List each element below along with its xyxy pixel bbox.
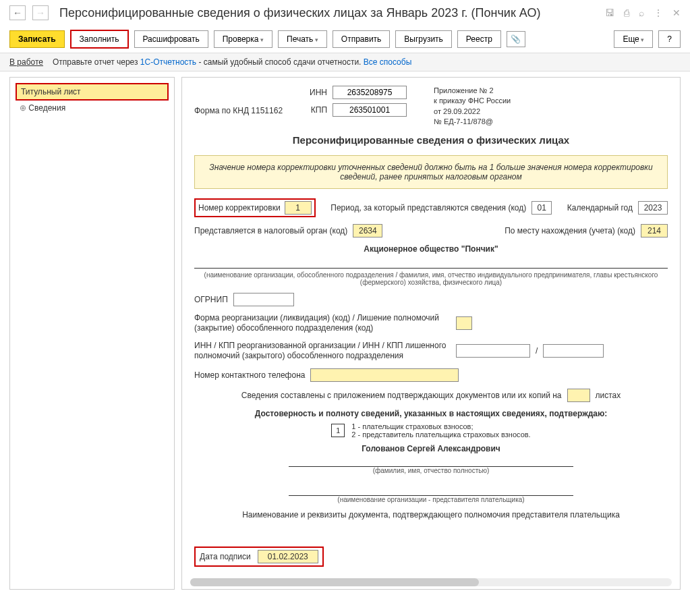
phone-input[interactable]: [310, 368, 459, 382]
save-icon[interactable]: 🖫: [605, 7, 614, 18]
kpp-label: КПП: [311, 105, 327, 115]
info-hint: Отправьте отчет через 1С-Отчетность - са…: [53, 57, 411, 67]
date-highlight: Дата подписи 01.02.2023: [194, 547, 324, 567]
link-1c[interactable]: 1С-Отчетность: [140, 57, 196, 67]
help-button[interactable]: ?: [658, 30, 681, 48]
fill-button[interactable]: Заполнить: [70, 30, 129, 49]
export-button[interactable]: Выгрузить: [395, 30, 452, 48]
search-icon[interactable]: ⌕: [639, 7, 644, 18]
link-all[interactable]: Все способы: [364, 57, 412, 67]
menu-icon[interactable]: ⋮: [654, 7, 663, 18]
place-input[interactable]: 214: [641, 224, 668, 237]
signer-code[interactable]: 1: [331, 424, 345, 437]
registry-button[interactable]: Реестр: [457, 30, 501, 48]
sidebar-item-title-page[interactable]: Титульный лист: [16, 83, 169, 101]
org-underline: [194, 256, 668, 269]
page-title: Персонифицированные сведения о физически…: [59, 6, 598, 20]
inn-label: ИНН: [310, 88, 327, 97]
form-title: Персонифицированные сведения о физически…: [194, 134, 668, 146]
forward-button[interactable]: →: [32, 5, 49, 20]
doc-title: Наименование и реквизиты документа, подт…: [194, 510, 668, 520]
reorg-inn-input[interactable]: [456, 344, 530, 358]
date-input[interactable]: 01.02.2023: [258, 550, 318, 563]
tax-org-input[interactable]: 2634: [353, 224, 382, 237]
org-note: (наименование организации, обособленного…: [194, 271, 668, 286]
notice: Значение номера корректировки уточненных…: [194, 155, 668, 189]
pages-input[interactable]: [567, 389, 590, 402]
correction-highlight: Номер корректировки 1: [194, 198, 316, 217]
back-button[interactable]: ←: [9, 5, 26, 20]
print-icon[interactable]: ⎙: [624, 7, 629, 18]
send-button[interactable]: Отправить: [333, 30, 391, 48]
form-content: Форма по КНД 1151162 ИНН КПП Приложение …: [181, 77, 681, 590]
inn-input[interactable]: [333, 86, 407, 99]
period-input[interactable]: 01: [531, 201, 552, 215]
signer-name: Голованов Сергей Александрович: [194, 444, 668, 453]
correction-input[interactable]: 1: [285, 201, 312, 215]
reorg-code-input[interactable]: [456, 316, 472, 330]
more-button[interactable]: Еще: [614, 30, 653, 48]
year-input[interactable]: 2023: [638, 201, 668, 215]
close-icon[interactable]: ✕: [672, 7, 681, 18]
sidebar: Титульный лист Сведения: [9, 77, 175, 590]
appendix-info: Приложение № 2 к приказу ФНС России от 2…: [434, 86, 511, 128]
print-button[interactable]: Печать: [278, 30, 327, 48]
knd-label: Форма по КНД 1151162: [194, 106, 283, 115]
status-link[interactable]: В работе: [9, 57, 43, 67]
decode-button[interactable]: Расшифровать: [134, 30, 208, 48]
sidebar-item-info[interactable]: Сведения: [16, 101, 169, 115]
horizontal-scrollbar[interactable]: [190, 578, 672, 586]
org-name: Акционерное общество "Пончик": [194, 244, 668, 254]
kpp-input[interactable]: [333, 103, 407, 117]
attach-button[interactable]: 📎: [507, 31, 525, 47]
save-button[interactable]: Записать: [9, 30, 65, 48]
ogrnip-input[interactable]: [233, 293, 294, 306]
confirm-title: Достоверность и полноту сведений, указан…: [194, 409, 668, 418]
reorg-kpp-input[interactable]: [543, 344, 604, 358]
check-button[interactable]: Проверка: [214, 30, 272, 48]
